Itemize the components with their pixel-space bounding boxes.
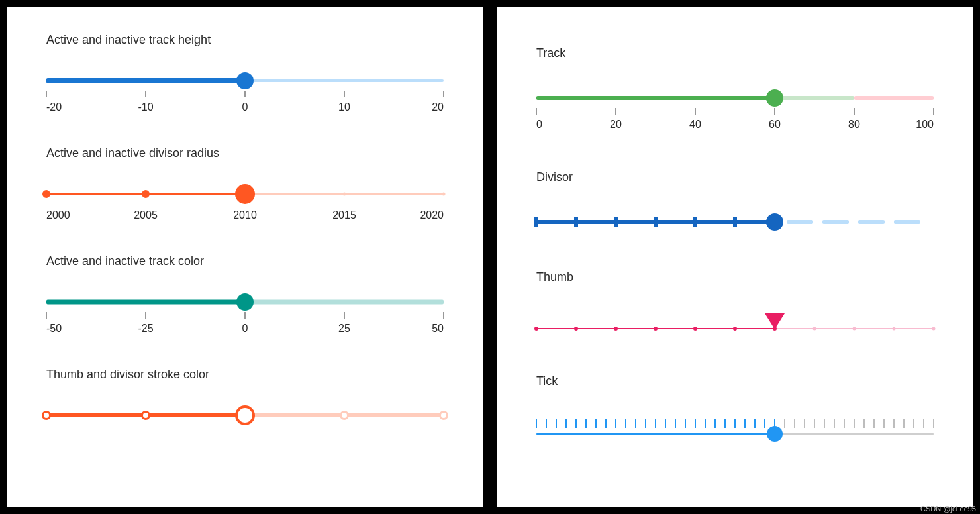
tick-mark xyxy=(695,419,696,428)
active-dot xyxy=(614,327,618,331)
slider-thumb[interactable] xyxy=(767,426,783,442)
tick-mark xyxy=(744,419,746,428)
tick-mark xyxy=(903,419,905,428)
tick-mark xyxy=(645,419,646,428)
divisor-tick xyxy=(574,217,578,227)
label: 20 xyxy=(432,101,444,113)
label: 100 xyxy=(916,119,934,130)
tick-mark xyxy=(685,419,686,428)
tick-mark xyxy=(854,419,855,428)
slider-track-height[interactable] xyxy=(46,71,444,91)
slider-title: Thumb xyxy=(536,270,934,284)
inactive-dot xyxy=(813,327,816,331)
slider-divisor-demo-section: Divisor xyxy=(536,170,934,232)
tick-mark xyxy=(923,419,924,428)
label: 2020 xyxy=(420,209,444,221)
active-dot xyxy=(534,327,538,331)
label: 0 xyxy=(242,323,248,334)
slider-thumb[interactable] xyxy=(766,89,783,107)
slider-title: Active and inactive track height xyxy=(46,33,444,47)
tick-mark xyxy=(615,419,616,428)
slider-thumb-triangle-icon[interactable] xyxy=(765,313,785,329)
tick-mark xyxy=(804,419,805,428)
slider-track-height-section: Active and inactive track height -20 -10… xyxy=(46,33,444,115)
slider-title: Divisor xyxy=(536,170,934,184)
tick-mark xyxy=(625,419,626,428)
segment-3 xyxy=(854,96,934,100)
tick-mark xyxy=(565,419,567,428)
slider-title: Tick xyxy=(536,374,934,388)
slider-divisor-radius[interactable] xyxy=(46,184,444,204)
slider-labels: 2000 2005 2010 2015 2020 xyxy=(46,209,444,223)
tick-mark xyxy=(605,419,607,428)
label: -10 xyxy=(138,101,153,113)
label: 2000 xyxy=(46,209,70,221)
label: 80 xyxy=(848,119,860,130)
divisor-tick xyxy=(614,217,618,227)
slider-title: Active and inactive divisor radius xyxy=(46,146,444,160)
tick-marks xyxy=(536,108,934,116)
slider-track-color[interactable] xyxy=(46,292,444,312)
inactive-track xyxy=(787,220,934,224)
active-dot xyxy=(574,327,578,331)
tick-mark xyxy=(724,419,726,428)
active-dot xyxy=(733,327,737,331)
divisor-tick xyxy=(733,217,737,227)
label: 2010 xyxy=(233,209,257,221)
tick-mark xyxy=(714,419,716,428)
left-panel: Active and inactive track height -20 -10… xyxy=(7,7,483,507)
tick-mark xyxy=(546,419,547,428)
slider-thumb-demo-section: Thumb xyxy=(536,270,934,336)
divisor-tick xyxy=(693,217,697,227)
inactive-divisor xyxy=(340,411,349,420)
tick-mark xyxy=(635,419,636,428)
tick-mark xyxy=(893,419,895,428)
slider-tick-demo[interactable] xyxy=(536,416,934,442)
slider-title: Active and inactive track color xyxy=(46,254,444,268)
tick-mark xyxy=(734,419,736,428)
tick-mark xyxy=(675,419,676,428)
tick-mark xyxy=(575,419,577,428)
inactive-divisor xyxy=(343,193,346,196)
slider-divisor-demo[interactable] xyxy=(536,212,934,232)
divisor-tick xyxy=(534,217,538,227)
divisor-tick xyxy=(654,217,658,227)
inactive-divisor xyxy=(439,411,448,420)
label: 25 xyxy=(338,323,350,334)
small-ticks xyxy=(536,419,934,428)
slider-divisor-radius-section: Active and inactive divisor radius 2000 … xyxy=(46,146,444,223)
slider-thumb-stroke[interactable] xyxy=(46,405,444,425)
label: 0 xyxy=(536,119,542,130)
tick-mark xyxy=(824,419,825,428)
slider-thumb[interactable] xyxy=(236,72,254,89)
slider-thumb-stroke-section: Thumb and divisor stroke color xyxy=(46,368,444,425)
slider-labels: 0 20 40 60 80 100 xyxy=(536,119,934,132)
label: -25 xyxy=(138,323,153,334)
inactive-track xyxy=(245,79,444,82)
label: 20 xyxy=(610,119,622,130)
slider-tick-demo-section: Tick xyxy=(536,374,934,442)
tick-mark xyxy=(863,419,865,428)
tick-mark xyxy=(536,419,537,428)
slider-track-demo-section: Track 0 20 40 60 80 100 xyxy=(536,46,934,132)
active-track xyxy=(536,433,775,435)
tick-mark xyxy=(705,419,706,428)
slider-thumb[interactable] xyxy=(766,213,783,231)
slider-thumb[interactable] xyxy=(235,405,255,425)
slider-thumb[interactable] xyxy=(236,293,254,311)
tick-mark xyxy=(585,419,587,428)
slider-track-demo[interactable] xyxy=(536,88,934,108)
inactive-track xyxy=(775,433,934,435)
inactive-dot xyxy=(853,327,856,331)
slider-title: Thumb and divisor stroke color xyxy=(46,368,444,382)
label: 60 xyxy=(769,119,781,130)
label: 0 xyxy=(242,101,248,113)
slider-thumb[interactable] xyxy=(235,184,255,204)
tick-mark xyxy=(784,419,785,428)
slider-thumb-demo[interactable] xyxy=(536,312,934,336)
active-track xyxy=(46,78,245,83)
label: 40 xyxy=(689,119,701,130)
active-divisor xyxy=(42,411,51,420)
label: 50 xyxy=(432,323,444,334)
slider-labels: -20 -10 0 10 20 xyxy=(46,101,444,115)
